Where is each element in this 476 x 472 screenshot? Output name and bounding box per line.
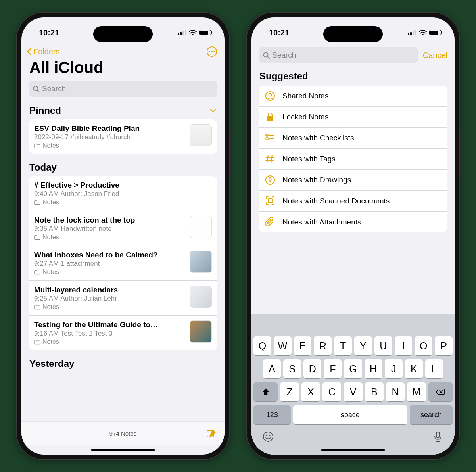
key-e[interactable]: E — [294, 336, 312, 355]
note-subtitle: 9:40 AM Author: Jason Fried — [34, 190, 212, 198]
suggested-label: Notes with Checklists — [282, 134, 354, 142]
suggested-label: Notes with Drawings — [282, 176, 351, 184]
key-y[interactable]: Y — [354, 336, 372, 355]
key-c[interactable]: C — [322, 382, 341, 401]
note-subtitle: 9:16 AM Test Test 2 Test 3 — [34, 330, 186, 338]
suggested-item[interactable]: Notes with Attachments — [259, 211, 447, 232]
cancel-button[interactable]: Cancel — [423, 51, 447, 60]
key-b[interactable]: B — [365, 382, 384, 401]
search-icon — [33, 85, 40, 92]
wifi-icon — [189, 29, 197, 36]
note-thumbnail — [190, 124, 212, 146]
key-n[interactable]: N — [386, 382, 405, 401]
hash-icon — [265, 154, 275, 164]
key-shift[interactable] — [253, 382, 278, 401]
pinned-header[interactable]: Pinned — [21, 97, 225, 119]
nav-bar: Folders — [21, 44, 225, 57]
phone-right: 10:21 Search Cancel Suggested Shared Not… — [246, 12, 460, 460]
key-t[interactable]: T — [334, 336, 352, 355]
key-r[interactable]: R — [314, 336, 332, 355]
key-p[interactable]: P — [435, 336, 453, 355]
note-row[interactable]: Testing for the Ultimate Guide to…9:16 A… — [29, 315, 217, 350]
note-row[interactable]: # Effective > Productive9:40 AM Author: … — [29, 176, 217, 211]
suggested-item[interactable]: Notes with Scanned Documents — [259, 190, 447, 211]
attach-icon — [265, 217, 275, 227]
wifi-icon — [419, 29, 427, 36]
dictation-button[interactable] — [432, 431, 444, 443]
suggested-item[interactable]: Shared Notes — [259, 86, 447, 106]
note-title: Note the lock icon at the top — [34, 216, 186, 224]
note-row[interactable]: Note the lock icon at the top9:35 AM Han… — [29, 211, 217, 246]
emoji-button[interactable] — [262, 431, 274, 443]
key-x[interactable]: X — [301, 382, 320, 401]
search-icon — [263, 52, 270, 59]
note-title: # Effective > Productive — [34, 181, 212, 190]
suggested-header: Suggested — [251, 68, 455, 86]
today-list: # Effective > Productive9:40 AM Author: … — [29, 176, 217, 350]
key-123[interactable]: 123 — [253, 405, 291, 424]
note-title: ESV Daily Bible Reading Plan — [34, 124, 186, 133]
key-z[interactable]: Z — [280, 382, 299, 401]
checklist-icon — [265, 133, 275, 143]
folder-icon — [34, 304, 40, 310]
home-indicator[interactable] — [251, 445, 455, 455]
dynamic-island — [93, 26, 153, 42]
suggested-item[interactable]: Notes with Tags — [259, 148, 447, 169]
suggested-item[interactable]: Locked Notes — [259, 106, 447, 127]
scan-icon — [265, 196, 275, 206]
key-j[interactable]: J — [385, 359, 403, 378]
compose-button[interactable] — [206, 428, 217, 439]
predictive-bar[interactable] — [251, 314, 455, 334]
key-space[interactable]: space — [293, 405, 407, 424]
back-button[interactable]: Folders — [25, 47, 60, 56]
person-icon — [265, 91, 275, 101]
note-subtitle: 9:25 AM Author: Julian Lehr — [34, 295, 186, 303]
home-indicator[interactable] — [21, 445, 225, 455]
note-row[interactable]: What Inboxes Need to be Calmed?9:27 AM 1… — [29, 246, 217, 280]
suggested-label: Notes with Attachments — [282, 218, 361, 226]
key-delete[interactable] — [428, 382, 453, 401]
key-q[interactable]: Q — [253, 336, 271, 355]
note-thumbnail — [190, 320, 212, 343]
note-row[interactable]: ESV Daily Bible Reading Plan2022-09-17 #… — [29, 119, 217, 154]
suggested-label: Locked Notes — [282, 113, 328, 121]
search-placeholder: Search — [272, 51, 296, 59]
note-folder: Notes — [34, 303, 186, 311]
note-thumbnail — [190, 251, 212, 273]
key-a[interactable]: A — [263, 359, 281, 378]
key-i[interactable]: I — [395, 336, 413, 355]
key-s[interactable]: S — [283, 359, 301, 378]
key-d[interactable]: D — [303, 359, 321, 378]
search-field[interactable]: Search — [29, 81, 217, 97]
suggested-item[interactable]: Notes with Checklists — [259, 127, 447, 148]
key-k[interactable]: K — [405, 359, 423, 378]
note-folder: Notes — [34, 234, 186, 241]
suggested-label: Shared Notes — [282, 92, 328, 100]
key-w[interactable]: W — [274, 336, 292, 355]
search-nav: Search Cancel — [251, 44, 455, 68]
key-v[interactable]: V — [344, 382, 362, 401]
key-f[interactable]: F — [324, 359, 342, 378]
chevron-down-icon — [209, 107, 217, 114]
key-g[interactable]: G — [344, 359, 362, 378]
suggested-item[interactable]: Notes with Drawings — [259, 169, 447, 190]
key-o[interactable]: O — [415, 336, 432, 355]
note-row[interactable]: Multi-layered calendars9:25 AM Author: J… — [29, 280, 217, 315]
note-thumbnail — [190, 286, 212, 308]
back-label: Folders — [33, 47, 60, 56]
chevron-left-icon — [25, 47, 33, 56]
more-button[interactable] — [206, 46, 217, 57]
note-title: Testing for the Ultimate Guide to… — [34, 320, 186, 329]
yesterday-header: Yesterday — [21, 350, 225, 372]
key-l[interactable]: L — [425, 359, 443, 378]
note-title: Multi-layered calendars — [34, 286, 186, 294]
key-return[interactable]: search — [410, 405, 453, 424]
folder-icon — [34, 234, 40, 240]
search-placeholder: Search — [42, 84, 66, 93]
status-time: 10:21 — [269, 28, 289, 37]
note-folder: Notes — [34, 142, 186, 149]
key-h[interactable]: H — [365, 359, 382, 378]
key-u[interactable]: U — [374, 336, 392, 355]
key-m[interactable]: M — [407, 382, 426, 401]
search-field[interactable]: Search — [259, 47, 418, 63]
